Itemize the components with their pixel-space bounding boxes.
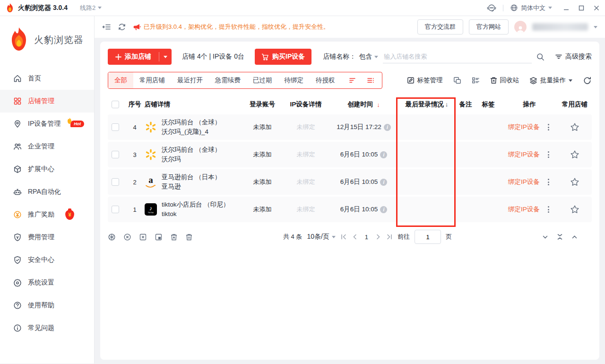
collapse-sidebar-icon[interactable]: [102, 23, 111, 31]
bind-ip-link[interactable]: 绑定IP设备: [508, 150, 540, 159]
advanced-search-button[interactable]: 高级搜索: [555, 52, 592, 61]
favorite-star-icon[interactable]: [570, 122, 579, 132]
tab-recently-opened[interactable]: 最近打开: [171, 72, 209, 88]
col-header-no: 序号: [125, 100, 145, 109]
favorite-star-icon[interactable]: [570, 177, 579, 187]
refresh-icon[interactable]: [118, 23, 126, 31]
trash-a-icon[interactable]: [170, 233, 178, 241]
collapse-vertical-icon[interactable]: [557, 234, 563, 240]
info-icon[interactable]: i: [384, 124, 391, 131]
titlebar: 火豹浏览器 3.0.4 线路2 简体中文: [0, 0, 605, 16]
favorite-star-icon[interactable]: [570, 150, 579, 159]
more-actions-icon[interactable]: [546, 205, 551, 214]
sidebar-item-shop-manage[interactable]: 店铺管理: [0, 90, 94, 113]
more-actions-icon[interactable]: [546, 122, 551, 132]
add-shop-button[interactable]: 添加店铺: [108, 49, 172, 65]
select-all-checkbox[interactable]: [112, 101, 119, 108]
chevron-down-icon[interactable]: [594, 26, 597, 28]
tab-all[interactable]: 全部: [108, 72, 133, 88]
chevron-up-icon[interactable]: [571, 234, 578, 240]
created-time: 6月6日 10:05: [340, 178, 378, 186]
ip-device-status: 未绑定: [282, 205, 329, 214]
sidebar-item-enterprise[interactable]: 企业管理: [0, 135, 94, 158]
shop-search-input[interactable]: [383, 50, 532, 63]
search-icon[interactable]: [536, 53, 544, 61]
list-detail-icon[interactable]: [367, 77, 374, 84]
batch-operation-button[interactable]: 批量操作: [529, 76, 572, 85]
official-website-button[interactable]: 官方网站: [469, 19, 509, 35]
created-time: 12月15日 17:22: [337, 123, 381, 131]
sidebar-item-rpa[interactable]: RPA自动化: [0, 181, 94, 203]
tag-manage-button[interactable]: 标签管理: [407, 76, 443, 85]
tab-unbound[interactable]: 待绑定: [278, 72, 310, 88]
bind-ip-link[interactable]: 绑定IP设备: [508, 205, 540, 214]
created-time: 6月6日 10:05: [340, 205, 378, 214]
first-page-icon[interactable]: [340, 234, 347, 240]
favorite-star-icon[interactable]: [570, 205, 579, 214]
card-view-icon[interactable]: [453, 77, 461, 84]
next-page-icon[interactable]: [375, 234, 381, 240]
row-checkbox[interactable]: [112, 123, 119, 131]
trash-icon[interactable]: [185, 233, 193, 241]
minimize-button[interactable]: [563, 5, 569, 11]
language-selector[interactable]: 简体中文: [510, 4, 552, 12]
sidebar-menu: 首页 店铺管理 IP设备管理 Hot 企业管理 扩展中心: [0, 67, 94, 339]
square-x-icon[interactable]: [139, 233, 147, 241]
avatar[interactable]: [514, 21, 527, 33]
sidebar-item-security[interactable]: 安全中心: [0, 249, 94, 271]
info-icon[interactable]: i: [380, 151, 387, 158]
sort-desc-icon[interactable]: [349, 77, 356, 84]
username-blurred[interactable]: [532, 23, 588, 31]
tab-favorite-shops[interactable]: 常用店铺: [133, 72, 171, 88]
col-header-created[interactable]: 创建时间↓: [329, 100, 398, 109]
sidebar-item-settings[interactable]: 系统设置: [0, 271, 94, 294]
reload-table-icon[interactable]: [583, 76, 592, 85]
sidebar-item-ip-device[interactable]: IP设备管理 Hot: [0, 113, 94, 135]
brand: 火豹浏览器: [0, 24, 94, 56]
official-group-button[interactable]: 官方交流群: [417, 19, 463, 35]
list-view-icon[interactable]: [472, 77, 480, 84]
info-icon[interactable]: i: [380, 206, 387, 213]
sidebar-item-fee-manage[interactable]: 费用管理: [0, 226, 94, 249]
add-shop-dropdown[interactable]: [159, 49, 172, 65]
current-page[interactable]: 1: [363, 234, 370, 241]
chevron-down-icon: [374, 56, 378, 58]
sidebar-item-home[interactable]: 首页: [0, 67, 94, 90]
row-checkbox[interactable]: [112, 151, 119, 158]
support-chat-icon[interactable]: [487, 4, 496, 12]
recycle-bin-button[interactable]: 回收站: [490, 76, 519, 85]
bind-ip-link[interactable]: 绑定IP设备: [508, 123, 540, 131]
tab-unauthorized[interactable]: 待授权: [310, 72, 341, 88]
chevron-down-icon[interactable]: [542, 234, 548, 240]
sidebar-item-extension[interactable]: 扩展中心: [0, 158, 94, 181]
col-header-last-login[interactable]: 最后登录情况↓: [398, 100, 456, 109]
more-actions-icon[interactable]: [546, 150, 551, 159]
per-page-select[interactable]: 10条/页: [307, 233, 335, 241]
bind-ip-link[interactable]: 绑定IP设备: [508, 178, 540, 186]
buy-ip-button[interactable]: 购买IP设备: [255, 49, 311, 65]
table-row: 4 沃尔玛前台 （全球）沃尔玛_(克隆)_4 未添加 未绑定 12月15日 17…: [108, 114, 592, 140]
shutter-icon[interactable]: [108, 233, 116, 241]
prev-page-icon[interactable]: [352, 234, 358, 240]
shop-subname: 亚马逊: [162, 183, 181, 190]
row-checkbox[interactable]: [112, 206, 119, 213]
maximize-button[interactable]: [579, 5, 584, 11]
close-button[interactable]: [594, 5, 599, 11]
circle-x-icon[interactable]: [123, 233, 131, 241]
sidebar-item-faq[interactable]: 常见问题: [0, 317, 94, 339]
goto-page-input[interactable]: [415, 230, 441, 244]
last-page-icon[interactable]: [386, 234, 393, 240]
login-account: 未添加: [242, 205, 282, 214]
more-actions-icon[interactable]: [546, 177, 551, 187]
sidebar-item-promo-reward[interactable]: 推广奖励 ¥: [0, 203, 94, 226]
image-icon[interactable]: [155, 233, 163, 241]
search-mode-select[interactable]: 包含: [359, 52, 378, 61]
filter-icon: [555, 53, 562, 60]
info-icon[interactable]: i: [380, 179, 387, 186]
line-selector[interactable]: 线路2: [80, 4, 102, 12]
row-checkbox[interactable]: [112, 178, 119, 186]
sidebar-item-help[interactable]: 使用帮助: [0, 294, 94, 317]
table-row: 3 沃尔玛前台 （全球）沃尔玛 未添加 未绑定 6月6日 10:05i 绑定IP…: [108, 142, 592, 167]
tab-renewal-urgent[interactable]: 急需续费: [209, 72, 247, 88]
tab-expired[interactable]: 已过期: [247, 72, 278, 88]
